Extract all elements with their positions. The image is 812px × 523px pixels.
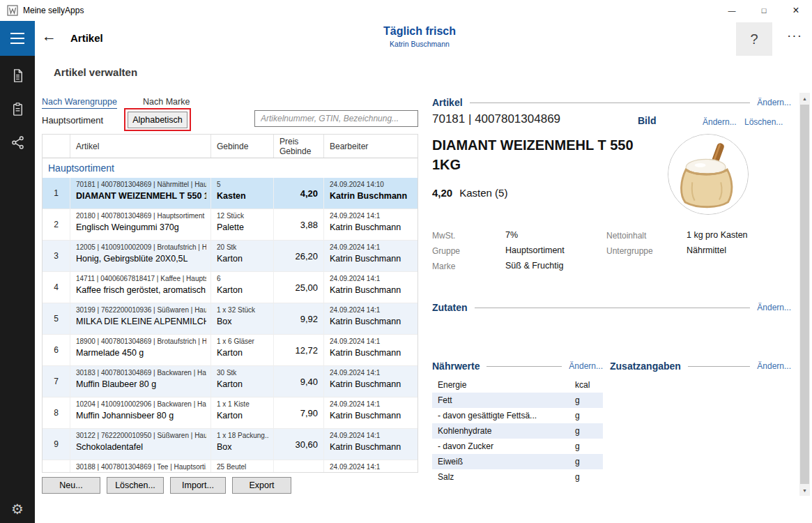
article-info: 30122 | 7622200010950 | Süßwaren | Haup.…: [76, 432, 206, 439]
article-info: 30188 | 4007801304869 | Tee | Hauptsorti…: [76, 463, 206, 471]
article-name: Kaffee frisch geröstet, aromatisch,...: [76, 285, 206, 295]
table-row[interactable]: 8 10204 | 4100910002906 | Backwaren | Ha…: [43, 397, 418, 429]
mwst-label: MwSt.: [432, 231, 455, 241]
zusatzangaben-section-title: Zusatzangaben: [610, 361, 681, 372]
help-button[interactable]: ?: [736, 22, 772, 56]
naehrwerte-row[interactable]: Salz g: [432, 469, 603, 485]
article-info: 10204 | 4100910002906 | Backwaren | Hau.…: [76, 400, 206, 408]
close-button[interactable]: ×: [780, 0, 812, 21]
price-cell: 4,20: [274, 178, 324, 209]
table-row[interactable]: 6 18900 | 4007801304869 | Brotaufstrich …: [43, 335, 418, 366]
edit-date: 24.09.2024 14:1: [330, 275, 413, 282]
edit-date: 24.09.2024 14:1: [330, 432, 413, 439]
gebinde-cell: 6 Karton: [211, 272, 274, 303]
alphabetisch-button[interactable]: Alphabetisch: [128, 112, 187, 128]
gebinde-unit: Box: [217, 442, 269, 452]
editor-name: Katrin Buschmann: [330, 254, 413, 264]
scroll-down-button[interactable]: ▼: [799, 485, 810, 496]
maximize-button[interactable]: □: [748, 0, 780, 21]
col-artikel[interactable]: Artikel: [70, 135, 211, 158]
bild-delete-link[interactable]: Löschen...: [744, 117, 783, 127]
table-row[interactable]: 3 12005 | 4100910002009 | Brotaufstrich …: [43, 241, 418, 272]
title-bar: Meine sellyApps — □ ×: [0, 0, 812, 21]
tab-nach-warengruppe[interactable]: Nach Warengruppe: [42, 97, 117, 109]
article-info: 70181 | 4007801304869 | Nährmittel | Hau…: [76, 181, 206, 188]
table-row[interactable]: 7 30183 | 4007801304869 | Backwaren | Ha…: [43, 366, 418, 397]
price-cell: [274, 460, 324, 473]
article-info: 12005 | 4100910002009 | Brotaufstrich | …: [76, 243, 206, 251]
article-name: Honig, Gebirgsblüte 20X0,5L: [76, 254, 206, 264]
col-gebinde[interactable]: Gebinde: [211, 135, 274, 158]
table-row[interactable]: 30188 | 4007801304869 | Tee | Hauptsorti…: [43, 460, 418, 473]
zutaten-section-header: Zutaten Ändern...: [432, 302, 791, 313]
sidebar-item-documents[interactable]: [0, 64, 35, 86]
table-row[interactable]: 9 30122 | 7622200010950 | Süßwaren | Hau…: [43, 429, 418, 460]
row-number: 9: [43, 429, 70, 460]
article-name: MILKA DIE KLEINE ALPENMILCH4...: [76, 317, 206, 326]
product-image[interactable]: [668, 134, 749, 215]
col-bearbeiter[interactable]: Bearbeiter: [324, 135, 418, 158]
search-input[interactable]: [254, 110, 418, 127]
divider: [475, 308, 751, 308]
scroll-thumb[interactable]: [800, 105, 809, 484]
col-preis-gebinde[interactable]: Preis Gebinde: [274, 135, 324, 158]
naehrwerte-row[interactable]: Energie kcal: [432, 377, 603, 393]
table-header: Artikel Gebinde Preis Gebinde Bearbeiter: [43, 135, 418, 158]
naehrwerte-row[interactable]: Fett g: [432, 393, 603, 408]
gebinde-unit: Karton: [217, 285, 269, 295]
table-row[interactable]: 2 20180 | 4007801304869 | Hauptsortiment…: [43, 209, 418, 241]
gebinde-unit: Palette: [217, 222, 269, 232]
editor-cell: 24.09.2024 14:1 Katrin Buschmann: [324, 397, 418, 428]
sidebar-item-articles[interactable]: [0, 98, 35, 120]
group-selector[interactable]: Hauptsortiment: [42, 115, 103, 126]
new-button[interactable]: Neu...: [42, 477, 100, 494]
bild-change-link[interactable]: Ändern...: [703, 117, 737, 127]
more-button[interactable]: ···: [779, 28, 810, 43]
scrollbar[interactable]: ▲ ▼: [799, 93, 810, 496]
account-info[interactable]: Täglich frisch Katrin Buschmann: [343, 25, 496, 48]
col-rownum[interactable]: [43, 135, 70, 158]
article-name-detail: DIAMANT WEIZENMEHL T 550 1KG: [432, 135, 634, 174]
table-group-header[interactable]: Hauptsortiment: [43, 158, 418, 178]
table-row[interactable]: 1 70181 | 4007801304869 | Nährmittel | H…: [43, 178, 418, 209]
window-title: Meine sellyApps: [23, 0, 84, 21]
table-row[interactable]: 5 30199 | 7622200010936 | Süßwaren | Hau…: [43, 303, 418, 335]
price-cell: 7,90: [274, 397, 324, 428]
sidebar-item-share[interactable]: [0, 131, 35, 153]
zutaten-change-link[interactable]: Ändern...: [757, 303, 791, 312]
page-title: Artikel: [70, 32, 103, 44]
artikel-change-link[interactable]: Ändern...: [757, 98, 791, 107]
marke-value: Süß & Fruchtig: [505, 261, 563, 271]
zusatzangaben-change-link[interactable]: Ändern...: [757, 361, 791, 371]
naehrwerte-row[interactable]: Kohlenhydrate g: [432, 423, 603, 439]
row-number: 5: [43, 303, 70, 334]
import-button[interactable]: Import...: [170, 477, 226, 494]
naehrwerte-row[interactable]: - davon gesättigte Fettsä... g: [432, 408, 603, 423]
naehrwerte-row[interactable]: Eiweiß g: [432, 454, 603, 469]
price-cell: 9,40: [274, 366, 324, 397]
more-icon: ···: [787, 28, 802, 43]
tab-nach-marke[interactable]: Nach Marke: [143, 97, 190, 107]
back-button[interactable]: ←: [42, 28, 56, 45]
editor-name: Katrin Buschmann: [330, 442, 413, 452]
app-icon: [7, 5, 18, 16]
menu-button[interactable]: [0, 21, 35, 56]
settings-button[interactable]: ⚙: [0, 498, 35, 520]
gebinde-cell: 1 x 6 Gläser Karton: [211, 335, 274, 365]
scroll-up-button[interactable]: ▲: [799, 93, 810, 104]
untergruppe-value: Nährmittel: [687, 245, 726, 255]
gear-icon: ⚙: [11, 501, 24, 517]
company-name: Täglich frisch: [343, 25, 496, 38]
article-name: Marmelade 450 g: [76, 348, 206, 358]
delete-button[interactable]: Löschen...: [107, 477, 164, 494]
hamburger-icon: [10, 33, 24, 34]
editor-cell: 24.09.2024 14:1 Katrin Buschmann: [324, 335, 418, 365]
gebinde-qty: 12 Stück: [217, 212, 269, 220]
naehrwerte-change-link[interactable]: Ändern...: [569, 361, 603, 371]
naehrwerte-row[interactable]: - davon Zucker g: [432, 439, 603, 454]
minimize-button[interactable]: —: [716, 0, 748, 21]
table-row[interactable]: 4 14711 | 04006067818417 | Kaffee | Haup…: [43, 272, 418, 303]
article-cell: 30188 | 4007801304869 | Tee | Hauptsorti…: [70, 460, 211, 473]
gebinde-qty: 6: [217, 275, 269, 282]
export-button[interactable]: Export: [232, 477, 291, 494]
